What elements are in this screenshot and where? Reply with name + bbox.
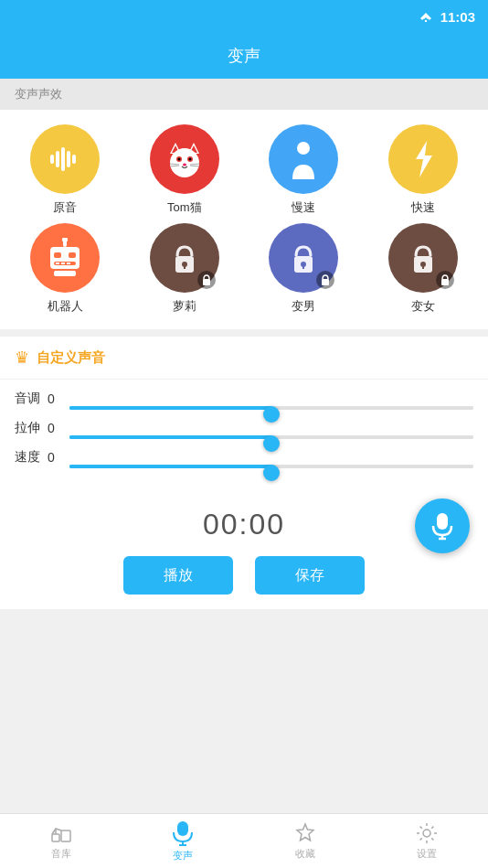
action-buttons: 播放 保存 — [123, 556, 365, 595]
nav-favorites[interactable]: 收藏 — [269, 821, 342, 861]
effect-icon-male — [269, 223, 338, 293]
stretch-slider-row: 拉伸 0 — [15, 420, 473, 436]
nav-favorites-label: 收藏 — [295, 847, 315, 861]
effect-label-molly: 萝莉 — [173, 298, 196, 315]
effect-icon-robot — [30, 223, 100, 293]
speed-label: 速度 — [15, 449, 40, 466]
speed-slider-row: 速度 0 — [15, 449, 473, 466]
effect-tom[interactable]: Tom猫 — [127, 124, 243, 216]
effect-label-original: 原音 — [53, 199, 77, 216]
svg-rect-3 — [50, 155, 54, 164]
svg-rect-33 — [54, 271, 76, 276]
svg-rect-41 — [322, 279, 329, 285]
custom-sound-section: ♛ 自定义声音 音调 0 拉伸 0 速度 — [0, 337, 488, 489]
effect-label-female: 变女 — [411, 298, 435, 315]
save-button[interactable]: 保存 — [255, 556, 365, 595]
empty-area — [0, 609, 488, 810]
lock-badge-molly — [197, 271, 216, 289]
custom-sound-title: 自定义声音 — [37, 349, 105, 367]
effect-label-robot: 机器人 — [48, 298, 83, 315]
svg-rect-37 — [203, 279, 210, 285]
effect-label-slow: 慢速 — [292, 199, 315, 216]
sliders-area: 音调 0 拉伸 0 速度 0 — [0, 380, 488, 489]
svg-rect-53 — [61, 830, 70, 841]
effect-original[interactable]: 原音 — [7, 124, 123, 216]
svg-rect-6 — [67, 151, 70, 167]
svg-point-12 — [170, 148, 199, 177]
effect-icon-fast — [388, 124, 458, 194]
speed-slider-container[interactable] — [69, 455, 473, 459]
stretch-slider[interactable] — [69, 435, 473, 439]
effect-molly[interactable]: 萝莉 — [127, 223, 243, 315]
speed-slider[interactable] — [69, 465, 473, 468]
svg-rect-30 — [56, 263, 59, 264]
effect-female[interactable]: 变女 — [366, 223, 482, 315]
crown-icon: ♛ — [15, 348, 29, 368]
svg-point-2 — [424, 20, 426, 22]
svg-rect-31 — [61, 263, 65, 264]
svg-rect-45 — [441, 279, 449, 285]
effect-label-tom: Tom猫 — [167, 199, 202, 216]
svg-rect-5 — [61, 147, 65, 171]
status-time: 11:03 — [440, 9, 475, 25]
bottom-nav: 音库 变声 收藏 设置 — [0, 813, 488, 868]
effects-grid: 原音 — [0, 110, 488, 329]
svg-marker-58 — [297, 824, 313, 841]
svg-rect-26 — [50, 247, 80, 269]
nav-settings[interactable]: 设置 — [390, 821, 463, 861]
lock-small-icon — [202, 274, 211, 285]
effect-label-fast: 快速 — [411, 199, 435, 216]
svg-point-22 — [297, 142, 310, 155]
nav-music-label: 音库 — [51, 847, 71, 861]
wifi-icon — [419, 11, 433, 22]
mic-fab-button[interactable] — [415, 498, 470, 553]
effect-male[interactable]: 变男 — [246, 223, 362, 315]
settings-nav-icon — [415, 821, 439, 845]
svg-rect-46 — [437, 513, 448, 530]
lock-badge-male — [316, 271, 334, 289]
effect-robot[interactable]: 机器人 — [7, 223, 123, 315]
svg-point-59 — [423, 830, 430, 837]
nav-settings-label: 设置 — [417, 847, 437, 861]
svg-rect-7 — [72, 155, 76, 164]
svg-rect-36 — [184, 264, 186, 269]
pitch-slider-container[interactable] — [69, 397, 473, 401]
waveform-icon — [48, 145, 81, 173]
header-title: 变声 — [228, 45, 260, 67]
svg-rect-28 — [69, 252, 76, 258]
lock-small-female-icon — [440, 274, 450, 285]
cat-icon — [163, 137, 207, 181]
nav-voicechange-label: 变声 — [173, 849, 193, 863]
effect-slow[interactable]: 慢速 — [246, 124, 362, 216]
timer-area: 00:00 播放 保存 — [0, 489, 488, 609]
effect-fast[interactable]: 快速 — [366, 124, 482, 216]
mic-fab-icon — [430, 511, 455, 541]
svg-rect-32 — [67, 263, 70, 264]
svg-point-15 — [177, 158, 180, 161]
lock-badge-female — [436, 271, 454, 289]
favorites-nav-icon — [293, 821, 317, 845]
pitch-slider[interactable] — [69, 406, 473, 410]
robot-icon — [45, 238, 85, 278]
effect-icon-slow — [269, 124, 338, 194]
custom-sound-header: ♛ 自定义声音 — [0, 337, 488, 380]
effect-icon-tom — [150, 124, 219, 194]
svg-marker-23 — [416, 141, 432, 177]
svg-rect-44 — [422, 264, 424, 269]
stretch-label: 拉伸 — [15, 420, 40, 436]
nav-voicechange[interactable]: 变声 — [146, 820, 219, 863]
status-bar: 11:03 — [0, 0, 488, 33]
effect-icon-original — [30, 124, 100, 194]
play-button[interactable]: 播放 — [123, 556, 233, 595]
svg-point-16 — [188, 158, 191, 161]
lock-molly-icon — [164, 238, 205, 278]
pitch-label: 音调 — [15, 391, 40, 407]
svg-rect-40 — [302, 264, 304, 269]
nav-music[interactable]: 音库 — [25, 821, 98, 861]
effect-icon-female — [388, 223, 458, 293]
person-icon — [287, 139, 320, 179]
stretch-slider-container[interactable] — [69, 426, 473, 430]
lock-small-male-icon — [321, 274, 330, 285]
svg-rect-52 — [52, 834, 59, 841]
svg-rect-4 — [56, 151, 59, 167]
